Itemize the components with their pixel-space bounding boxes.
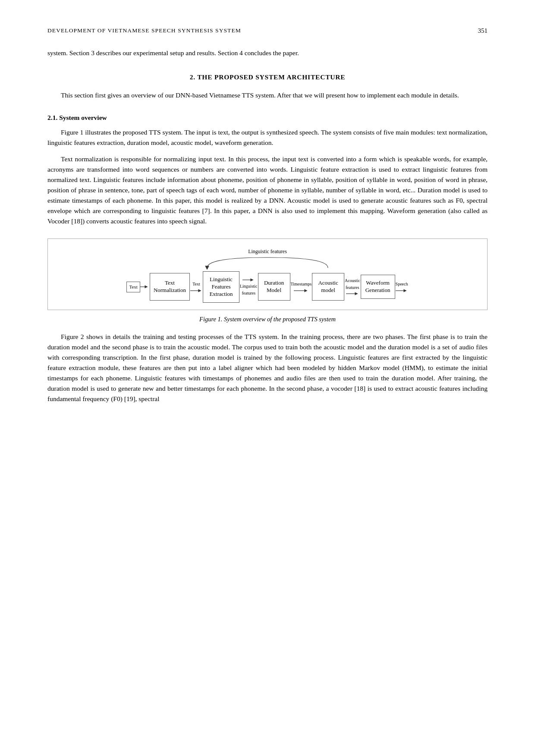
arrow1	[140, 284, 149, 289]
acoustic-feat-label: Acousticfeatures	[345, 277, 360, 291]
ling-feat-block: LinguisticFeaturesExtraction	[203, 271, 239, 303]
paragraph1: Figure 1 illustrates the proposed TTS sy…	[47, 127, 488, 148]
subsection2-1-heading: 2.1. System overview	[47, 113, 488, 123]
linguistic-features-label: Linguistic features	[248, 248, 287, 254]
arrow5-svg	[346, 291, 359, 296]
intro-text: system. Section 3 describes our experime…	[47, 49, 299, 56]
ling-feat-below-label: Linguisticfeatures	[240, 283, 258, 296]
figure1-container: Linguistic features	[47, 238, 488, 310]
arrow2-svg	[190, 288, 202, 293]
arrow6-svg	[396, 288, 408, 293]
duration-label: DurationModel	[264, 279, 284, 293]
acoustic-label: Acousticmodel	[318, 279, 338, 293]
arc-arrow	[190, 256, 345, 270]
arrow-ling-feat: Linguisticfeatures	[240, 277, 258, 296]
section2-overview: This section first gives an overview of …	[47, 90, 488, 100]
arrow-acoustic-feat: Acousticfeatures	[345, 277, 360, 296]
text-normalization-block: TextNormalization	[150, 273, 190, 301]
arrow-text-out: Text	[190, 281, 202, 293]
figure1-caption: Figure 1. System overview of the propose…	[47, 314, 488, 324]
text-input-group: Text	[126, 282, 148, 292]
text-out-label: Text	[192, 281, 200, 288]
header-title: DEVELOPMENT OF VIETNAMESE SPEECH SYNTHES…	[47, 26, 241, 35]
timestamps-label: Timestamps	[291, 281, 312, 288]
paragraph3: Figure 2 shows in details the training a…	[47, 332, 488, 404]
arrow-speech: Speech	[396, 281, 408, 293]
text-norm-label: TextNormalization	[154, 279, 186, 293]
section2-heading: 2. THE PROPOSED SYSTEM ARCHITECTURE	[47, 72, 488, 82]
waveform-gen-block: WaveformGeneration	[361, 275, 395, 299]
page-number: 351	[478, 26, 488, 36]
arrow1-svg	[140, 284, 149, 289]
arrow3-svg	[242, 277, 255, 282]
arrow-timestamps: Timestamps	[291, 281, 312, 293]
acoustic-model-block: Acousticmodel	[312, 273, 344, 301]
intro-paragraph: system. Section 3 describes our experime…	[47, 48, 488, 58]
diagram-row: Text TextNormali	[55, 271, 480, 303]
ling-feat-label: LinguisticFeaturesExtraction	[209, 276, 233, 297]
duration-model-block: DurationModel	[258, 273, 290, 301]
page: DEVELOPMENT OF VIETNAMESE SPEECH SYNTHES…	[0, 0, 535, 756]
waveform-label: WaveformGeneration	[365, 279, 390, 293]
page-header: DEVELOPMENT OF VIETNAMESE SPEECH SYNTHES…	[47, 26, 488, 36]
speech-label: Speech	[396, 281, 408, 288]
text-input-label: Text	[126, 282, 140, 292]
paragraph2: Text normalization is responsible for no…	[47, 154, 488, 226]
arrow4-svg	[294, 288, 308, 293]
